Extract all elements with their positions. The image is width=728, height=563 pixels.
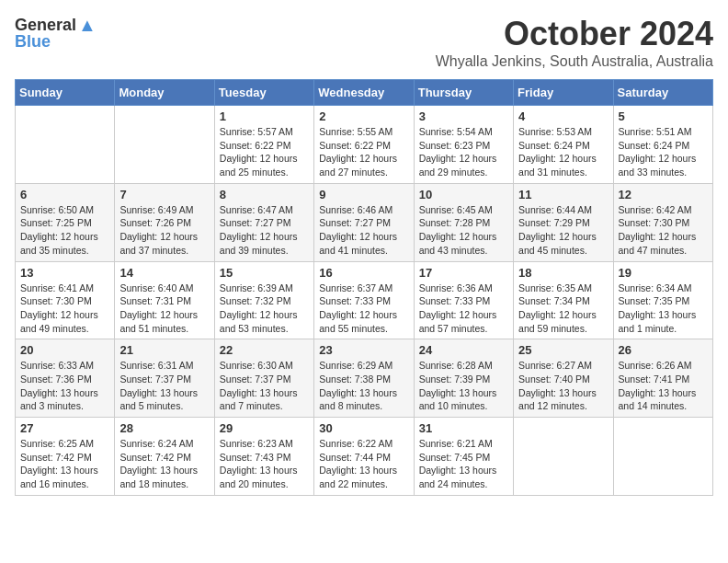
day-number: 22 xyxy=(220,343,309,357)
day-number: 11 xyxy=(518,188,608,201)
day-number: 1 xyxy=(220,109,309,123)
day-number: 10 xyxy=(419,188,508,201)
header-friday: Friday xyxy=(514,80,613,106)
calendar-cell: 31Sunrise: 6:21 AMSunset: 7:45 PMDayligh… xyxy=(414,418,513,496)
day-info-line: Daylight: 12 hours and 47 minutes. xyxy=(619,231,697,256)
calendar-cell: 8Sunrise: 6:47 AMSunset: 7:27 PMDaylight… xyxy=(214,183,313,261)
day-content: Sunrise: 6:31 AMSunset: 7:37 PMDaylight:… xyxy=(119,359,209,413)
calendar-cell xyxy=(514,418,613,496)
calendar-cell: 27Sunrise: 6:25 AMSunset: 7:42 PMDayligh… xyxy=(16,418,115,496)
day-info-line: Daylight: 12 hours and 29 minutes. xyxy=(419,153,497,178)
day-info-line: Sunset: 7:31 PM xyxy=(119,295,191,306)
day-number: 12 xyxy=(619,188,708,201)
calendar-cell: 2Sunrise: 5:55 AMSunset: 6:22 PMDaylight… xyxy=(314,106,414,184)
day-info-line: Sunset: 7:40 PM xyxy=(518,373,590,385)
day-number: 30 xyxy=(319,421,408,435)
day-info-line: Sunrise: 6:30 AM xyxy=(220,360,293,371)
calendar-cell: 30Sunrise: 6:22 AMSunset: 7:44 PMDayligh… xyxy=(314,418,414,496)
day-info-line: Sunset: 7:41 PM xyxy=(619,373,690,385)
day-number: 2 xyxy=(319,109,408,123)
day-number: 27 xyxy=(20,421,109,435)
day-info-line: Daylight: 12 hours and 43 minutes. xyxy=(419,231,497,256)
day-info-line: Sunrise: 6:46 AM xyxy=(319,204,392,215)
day-info-line: Sunrise: 6:23 AM xyxy=(220,438,293,449)
calendar-cell xyxy=(16,106,115,184)
day-content: Sunrise: 6:37 AMSunset: 7:33 PMDaylight:… xyxy=(319,282,408,336)
calendar-cell: 18Sunrise: 6:35 AMSunset: 7:34 PMDayligh… xyxy=(514,261,613,339)
day-number: 29 xyxy=(220,421,309,435)
day-info-line: Daylight: 13 hours and 16 minutes. xyxy=(20,465,98,489)
day-info-line: Sunrise: 6:33 AM xyxy=(20,360,94,371)
day-info-line: Sunset: 7:30 PM xyxy=(20,295,92,306)
day-info-line: Daylight: 13 hours and 5 minutes. xyxy=(119,387,198,412)
day-info-line: Sunset: 7:27 PM xyxy=(220,217,291,228)
day-content: Sunrise: 6:25 AMSunset: 7:42 PMDaylight:… xyxy=(20,437,109,491)
calendar-cell: 5Sunrise: 5:51 AMSunset: 6:24 PMDaylight… xyxy=(613,106,712,184)
calendar-cell: 23Sunrise: 6:29 AMSunset: 7:38 PMDayligh… xyxy=(314,339,414,418)
header-tuesday: Tuesday xyxy=(214,80,313,106)
day-info-line: Daylight: 13 hours and 10 minutes. xyxy=(419,387,497,412)
day-info-line: Sunset: 7:33 PM xyxy=(319,295,391,306)
day-content: Sunrise: 6:24 AMSunset: 7:42 PMDaylight:… xyxy=(119,437,209,491)
calendar-cell: 22Sunrise: 6:30 AMSunset: 7:37 PMDayligh… xyxy=(214,339,313,418)
day-number: 25 xyxy=(518,343,608,357)
day-info-line: Sunset: 7:39 PM xyxy=(419,373,491,385)
day-number: 6 xyxy=(20,188,109,201)
day-content: Sunrise: 6:30 AMSunset: 7:37 PMDaylight:… xyxy=(220,359,309,413)
location-subtitle: Whyalla Jenkins, South Australia, Austra… xyxy=(436,53,713,70)
day-info-line: Sunset: 7:26 PM xyxy=(119,217,191,228)
day-content: Sunrise: 5:51 AMSunset: 6:24 PMDaylight:… xyxy=(619,125,708,179)
day-number: 8 xyxy=(220,188,309,201)
day-info-line: Sunset: 7:30 PM xyxy=(619,217,690,228)
header-wednesday: Wednesday xyxy=(314,80,414,106)
day-content: Sunrise: 6:27 AMSunset: 7:40 PMDaylight:… xyxy=(518,359,608,413)
day-info-line: Sunrise: 6:29 AM xyxy=(319,360,392,371)
day-info-line: Sunset: 7:28 PM xyxy=(419,217,491,228)
logo: General ▲ Blue xyxy=(15,15,97,52)
day-info-line: Sunset: 7:34 PM xyxy=(518,295,590,306)
day-number: 26 xyxy=(619,343,708,357)
day-content: Sunrise: 5:55 AMSunset: 6:22 PMDaylight:… xyxy=(319,125,408,179)
calendar-cell: 29Sunrise: 6:23 AMSunset: 7:43 PMDayligh… xyxy=(214,418,313,496)
day-info-line: Daylight: 13 hours and 8 minutes. xyxy=(319,387,397,412)
day-number: 13 xyxy=(20,266,109,280)
day-content: Sunrise: 6:28 AMSunset: 7:39 PMDaylight:… xyxy=(419,359,508,413)
day-number: 7 xyxy=(119,188,209,201)
day-content: Sunrise: 5:53 AMSunset: 6:24 PMDaylight:… xyxy=(518,125,608,179)
day-info-line: Sunrise: 6:42 AM xyxy=(619,204,692,215)
day-info-line: Sunrise: 6:39 AM xyxy=(220,282,293,293)
day-info-line: Daylight: 12 hours and 41 minutes. xyxy=(319,231,397,256)
calendar-cell: 4Sunrise: 5:53 AMSunset: 6:24 PMDaylight… xyxy=(514,106,613,184)
day-content: Sunrise: 6:36 AMSunset: 7:33 PMDaylight:… xyxy=(419,282,508,336)
calendar-cell: 14Sunrise: 6:40 AMSunset: 7:31 PMDayligh… xyxy=(115,261,214,339)
day-info-line: Daylight: 12 hours and 45 minutes. xyxy=(518,231,597,256)
day-info-line: Daylight: 12 hours and 33 minutes. xyxy=(619,153,697,178)
day-info-line: Sunset: 7:36 PM xyxy=(20,373,92,385)
day-info-line: Daylight: 12 hours and 35 minutes. xyxy=(20,231,98,256)
day-number: 16 xyxy=(319,266,408,280)
day-info-line: Sunrise: 5:57 AM xyxy=(220,126,293,137)
day-number: 21 xyxy=(119,343,209,357)
calendar-cell: 21Sunrise: 6:31 AMSunset: 7:37 PMDayligh… xyxy=(115,339,214,418)
day-info-line: Sunrise: 6:34 AM xyxy=(619,282,692,293)
calendar-cell: 13Sunrise: 6:41 AMSunset: 7:30 PMDayligh… xyxy=(16,261,115,339)
day-content: Sunrise: 6:50 AMSunset: 7:25 PMDaylight:… xyxy=(20,203,109,258)
calendar-cell: 6Sunrise: 6:50 AMSunset: 7:25 PMDaylight… xyxy=(16,183,115,261)
day-content: Sunrise: 5:54 AMSunset: 6:23 PMDaylight:… xyxy=(419,125,508,179)
day-number: 3 xyxy=(419,109,508,123)
day-content: Sunrise: 6:39 AMSunset: 7:32 PMDaylight:… xyxy=(220,282,309,336)
day-info-line: Daylight: 12 hours and 55 minutes. xyxy=(319,309,397,334)
day-number: 19 xyxy=(619,266,708,280)
day-info-line: Sunset: 7:25 PM xyxy=(20,217,92,228)
calendar-cell: 26Sunrise: 6:26 AMSunset: 7:41 PMDayligh… xyxy=(613,339,712,418)
day-info-line: Daylight: 13 hours and 7 minutes. xyxy=(220,387,298,412)
calendar-cell: 15Sunrise: 6:39 AMSunset: 7:32 PMDayligh… xyxy=(214,261,313,339)
day-content: Sunrise: 6:22 AMSunset: 7:44 PMDaylight:… xyxy=(319,437,408,491)
calendar-week-2: 6Sunrise: 6:50 AMSunset: 7:25 PMDaylight… xyxy=(16,183,713,261)
calendar-cell: 20Sunrise: 6:33 AMSunset: 7:36 PMDayligh… xyxy=(16,339,115,418)
day-content: Sunrise: 6:26 AMSunset: 7:41 PMDaylight:… xyxy=(619,359,708,413)
calendar-cell: 17Sunrise: 6:36 AMSunset: 7:33 PMDayligh… xyxy=(414,261,513,339)
day-info-line: Sunset: 7:37 PM xyxy=(220,373,291,385)
day-info-line: Sunrise: 6:25 AM xyxy=(20,438,94,449)
day-info-line: Sunset: 7:42 PM xyxy=(20,452,92,463)
